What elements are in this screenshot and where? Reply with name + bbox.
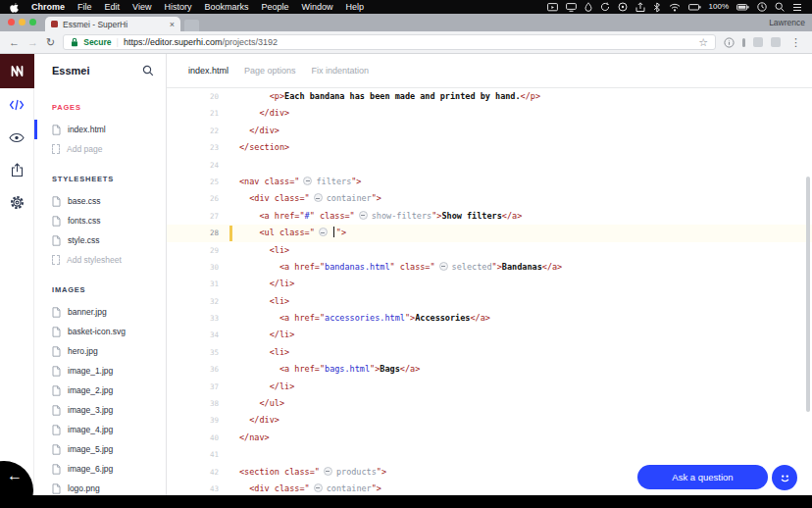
code-line-33[interactable]: 33 <a href="accessories.html">Accessorie… [167, 310, 812, 327]
code-line-35[interactable]: 35 <li> [167, 344, 812, 361]
file-item-basket-icon.svg[interactable]: basket-icon.svg [34, 322, 166, 341]
add-page-button[interactable]: Add page [34, 139, 166, 159]
code-line-21[interactable]: 21 </div> [167, 105, 812, 122]
page-options-button[interactable]: Page options [244, 66, 296, 76]
code-line-22[interactable]: 22 </div> [167, 123, 812, 139]
collapsed-classes-icon[interactable] [314, 483, 323, 492]
collapsed-classes-icon[interactable] [359, 211, 368, 220]
collapsed-classes-icon[interactable] [439, 262, 448, 271]
extension-icon[interactable] [771, 37, 781, 47]
menu-history[interactable]: History [164, 0, 191, 14]
code-line-40[interactable]: 40</nav> [167, 430, 812, 446]
app-circle-icon[interactable] [618, 2, 628, 12]
code-line-27[interactable]: 27 <a href="#" class="show-filters">Show… [167, 208, 812, 225]
code-line-26[interactable]: 26 <div class="container"> [167, 190, 812, 207]
menu-window[interactable]: Window [301, 0, 332, 14]
code-icon[interactable] [9, 98, 25, 112]
file-item-index.html[interactable]: index.html [34, 120, 166, 139]
file-item-logo.png[interactable]: logo.png [34, 479, 166, 495]
clock-icon[interactable] [757, 2, 767, 12]
menu-file[interactable]: File [77, 0, 92, 14]
tab-close-icon[interactable]: × [170, 20, 175, 29]
file-item-image_3.jpg[interactable]: image_3.jpg [34, 400, 166, 420]
code-line-31[interactable]: 31 </li> [167, 276, 812, 292]
code-line-39[interactable]: 39 </div> [167, 412, 812, 429]
code-line-23[interactable]: 23</section> [167, 139, 812, 156]
fix-indentation-button[interactable]: Fix indentation [312, 66, 370, 76]
droplet-icon[interactable] [584, 2, 592, 12]
menu-people[interactable]: People [261, 0, 288, 14]
extension-icon[interactable] [753, 37, 763, 47]
window-zoom-button[interactable] [29, 19, 36, 25]
superhi-logo[interactable] [0, 54, 34, 88]
bluetooth-icon[interactable] [653, 2, 661, 13]
ask-question-button[interactable]: Ask a question [637, 465, 768, 489]
code-line-32[interactable]: 32 <li> [167, 293, 812, 310]
code-line-29[interactable]: 29 <li> [167, 242, 812, 259]
chat-smiley-button[interactable] [772, 465, 797, 490]
code-line-37[interactable]: 37 </li> [167, 379, 812, 395]
chrome-menu-icon[interactable]: ⋮ [788, 36, 803, 49]
menu-bookmarks[interactable]: Bookmarks [204, 0, 248, 14]
search-icon[interactable] [142, 65, 154, 76]
code-line-38[interactable]: 38 </ul> [167, 395, 812, 412]
file-item-style.css[interactable]: style.css [34, 230, 166, 250]
code-line-36[interactable]: 36 <a href="bags.html">Bags</a> [167, 361, 812, 378]
file-item-image_5.jpg[interactable]: image_5.jpg [34, 439, 166, 459]
editor-file-tab[interactable]: index.html [188, 66, 228, 76]
code-line-24[interactable]: 24 [167, 157, 812, 174]
new-tab-button[interactable] [184, 20, 199, 31]
code-line-28[interactable]: 28 <ul class=""> [167, 225, 812, 241]
code-line-41[interactable]: 41 [167, 446, 812, 463]
upload-icon[interactable] [635, 2, 645, 13]
browser-profile-name[interactable]: Lawrence [769, 18, 805, 27]
address-bar[interactable]: Secure | https://editor.superhi.com/proj… [63, 34, 716, 50]
menu-view[interactable]: View [132, 0, 151, 14]
back-arrow-icon[interactable]: ← [7, 468, 23, 483]
info-icon[interactable] [724, 37, 735, 48]
collapsed-classes-icon[interactable] [314, 193, 323, 202]
battery-icon[interactable] [736, 4, 749, 11]
screen-record-icon[interactable] [547, 3, 558, 12]
wifi-icon[interactable] [669, 3, 681, 12]
window-close-button[interactable] [8, 19, 15, 25]
add-stylesheet-button[interactable]: Add stylesheet [34, 250, 166, 270]
file-item-image_2.jpg[interactable]: image_2.jpg [34, 381, 166, 400]
collapsed-classes-icon[interactable] [319, 228, 328, 236]
code-line-25[interactable]: 25<nav class="filters"> [167, 174, 812, 190]
file-item-banner.jpg[interactable]: banner.jpg [34, 302, 166, 322]
code-line-20[interactable]: 20 <p>Each bandana has been made and pri… [167, 88, 812, 105]
settings-icon[interactable] [10, 195, 25, 209]
file-item-base.css[interactable]: base.css [34, 191, 166, 211]
collapsed-classes-icon[interactable] [303, 177, 312, 185]
menu-chrome[interactable]: Chrome [31, 0, 65, 14]
extension-bar-icon[interactable] [742, 38, 745, 47]
apple-menu-icon[interactable] [10, 2, 19, 13]
code-area[interactable]: 20 <p>Each bandana has been made and pri… [167, 88, 812, 495]
editor-scrollbar[interactable] [806, 177, 810, 412]
list-icon[interactable] [792, 3, 802, 12]
window-minimize-button[interactable] [19, 19, 25, 25]
display-icon[interactable] [566, 3, 577, 12]
back-icon[interactable]: ← [9, 37, 20, 48]
file-item-hero.jpg[interactable]: hero.jpg [34, 341, 166, 361]
bookmark-star-icon[interactable]: ☆ [698, 36, 708, 49]
secure-badge[interactable]: Secure [83, 37, 111, 47]
reload-icon[interactable]: ↻ [46, 37, 55, 48]
menu-help[interactable]: Help [345, 0, 364, 14]
preview-icon[interactable] [9, 130, 25, 144]
browser-tab[interactable]: Essmei - SuperHi × [45, 17, 180, 31]
collapsed-classes-icon[interactable] [324, 467, 332, 476]
code-line-content [228, 446, 239, 463]
share-icon[interactable] [11, 163, 24, 177]
code-line-30[interactable]: 30 <a href="bandanas.html" class="select… [167, 259, 812, 276]
search-icon[interactable] [775, 2, 785, 12]
code-line-34[interactable]: 34 </li> [167, 327, 812, 343]
sync-icon[interactable] [600, 2, 610, 12]
menu-edit[interactable]: Edit [105, 0, 121, 14]
file-item-fonts.css[interactable]: fonts.css [34, 211, 166, 230]
file-item-image_4.jpg[interactable]: image_4.jpg [34, 420, 166, 439]
battery-outline-icon[interactable] [688, 4, 701, 11]
file-item-image_6.jpg[interactable]: image_6.jpg [34, 459, 166, 479]
file-item-image_1.jpg[interactable]: image_1.jpg [34, 361, 166, 381]
